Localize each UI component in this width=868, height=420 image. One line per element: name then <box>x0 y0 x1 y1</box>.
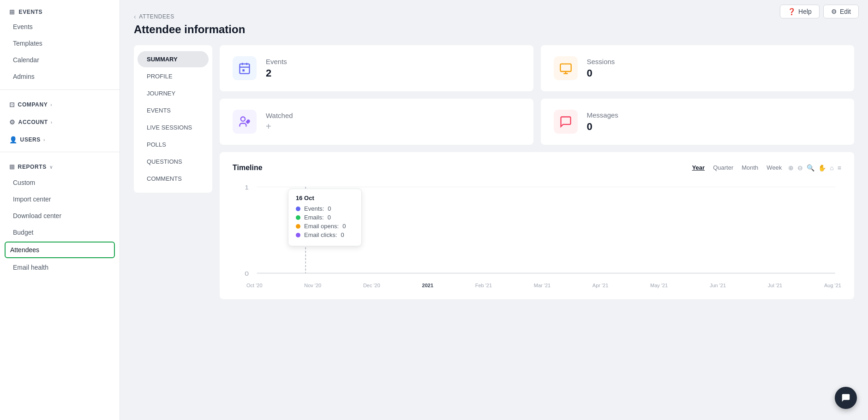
timeline-icon-group: ⊕ ⊖ 🔍 ✋ ⌂ ≡ <box>788 164 841 172</box>
tooltip-row-email-opens: Email opens: 0 <box>296 223 354 230</box>
zoom-out-icon[interactable]: ⊖ <box>797 164 803 172</box>
watched-stat-icon: + <box>233 110 257 134</box>
tooltip-dot-email-opens <box>296 224 300 229</box>
reports-chevron: ∨ <box>49 165 53 170</box>
tab-journey[interactable]: JOURNEY <box>138 85 209 101</box>
breadcrumb-arrow: ‹ <box>134 13 136 20</box>
sidebar-users-section[interactable]: 👤 USERS › <box>0 130 120 147</box>
search-icon[interactable]: 🔍 <box>807 164 814 172</box>
sessions-stat-value: 0 <box>587 67 615 79</box>
tab-summary[interactable]: SUMMARY <box>138 51 209 67</box>
chart-area: 1 0 16 Oct <box>233 179 841 281</box>
stat-card-events: Events 2 <box>220 45 533 91</box>
svg-text:0: 0 <box>245 270 249 277</box>
messages-stat-label: Messages <box>587 111 618 119</box>
tooltip-label-email-clicks: Email clicks: <box>304 231 337 238</box>
sidebar-item-custom[interactable]: Custom <box>0 174 120 191</box>
x-label-jun21: Jun '21 <box>710 283 726 288</box>
left-panel: SUMMARY PROFILE JOURNEY EVENTS LIVE SESS… <box>134 45 212 193</box>
messages-stat-value: 0 <box>587 121 618 133</box>
tab-polls[interactable]: POLLS <box>138 136 209 153</box>
tab-questions[interactable]: QUESTIONS <box>138 154 209 170</box>
edit-icon: ⚙ <box>831 8 837 15</box>
tab-profile[interactable]: PROFILE <box>138 68 209 84</box>
content-area: SUMMARY PROFILE JOURNEY EVENTS LIVE SESS… <box>120 45 868 420</box>
tab-comments[interactable]: COMMENTS <box>138 171 209 187</box>
svg-rect-0 <box>240 64 250 74</box>
sidebar-item-email-health[interactable]: Email health <box>0 259 120 276</box>
sessions-stat-info: Sessions 0 <box>587 58 615 79</box>
tooltip-row-email-clicks: Email clicks: 0 <box>296 231 354 238</box>
menu-icon[interactable]: ≡ <box>838 164 841 172</box>
users-icon: 👤 <box>9 136 18 143</box>
svg-rect-5 <box>560 64 571 71</box>
tooltip-label-emails: Emails: <box>304 214 324 221</box>
tooltip-label-events: Events: <box>304 205 324 212</box>
events-stat-icon <box>233 56 257 80</box>
sidebar-item-events[interactable]: Events <box>0 18 120 35</box>
topbar: ❓ Help ⚙ Edit <box>771 0 868 23</box>
view-month-btn[interactable]: Month <box>740 163 760 172</box>
tooltip-value-email-clicks: 0 <box>341 231 344 238</box>
watched-stat-info: Watched + <box>266 112 293 132</box>
x-label-2021: 2021 <box>422 283 433 288</box>
svg-point-8 <box>241 117 245 121</box>
company-chevron: › <box>50 102 52 107</box>
view-year-btn[interactable]: Year <box>690 163 706 172</box>
breadcrumb-parent: ATTENDEES <box>139 13 174 20</box>
account-chevron: › <box>51 120 53 125</box>
x-label-jul21: Jul '21 <box>768 283 782 288</box>
x-label-aug21: Aug '21 <box>824 283 841 288</box>
tooltip-dot-events <box>296 207 300 211</box>
sessions-stat-label: Sessions <box>587 58 615 65</box>
company-icon: ⊡ <box>9 101 15 108</box>
main-content: ‹ ATTENDEES Attendee information SUMMARY… <box>120 0 868 420</box>
sidebar-item-attendees[interactable]: Attendees <box>5 242 115 258</box>
sidebar-item-budget[interactable]: Budget <box>0 224 120 241</box>
edit-button[interactable]: ⚙ Edit <box>823 5 859 18</box>
view-week-btn[interactable]: Week <box>765 163 784 172</box>
events-stat-label: Events <box>266 58 287 65</box>
help-button[interactable]: ❓ Help <box>780 5 820 18</box>
sessions-stat-icon <box>554 56 578 80</box>
tooltip-date: 16 Oct <box>296 195 354 201</box>
sidebar-reports-section[interactable]: ⊞ REPORTS ∨ <box>0 157 120 174</box>
tooltip-dot-emails <box>296 215 300 220</box>
x-axis-labels: Oct '20 Nov '20 Dec '20 2021 Feb '21 Mar… <box>233 281 841 288</box>
tab-events[interactable]: EVENTS <box>138 102 209 118</box>
sidebar-events-section[interactable]: ⊞ EVENTS <box>0 0 120 18</box>
svg-text:+: + <box>246 118 250 124</box>
stat-card-watched: + Watched + <box>220 99 533 145</box>
sidebar-item-calendar[interactable]: Calendar <box>0 52 120 68</box>
users-chevron: › <box>43 137 45 142</box>
x-label-dec20: Dec '20 <box>363 283 380 288</box>
account-icon: ⚙ <box>9 118 16 126</box>
events-stat-info: Events 2 <box>266 58 287 79</box>
sidebar-item-admins[interactable]: Admins <box>0 68 120 85</box>
divider-1 <box>0 89 120 90</box>
chat-bubble[interactable] <box>835 387 857 409</box>
sidebar: ⊞ EVENTS Events Templates Calendar Admin… <box>0 0 120 420</box>
sidebar-item-download-center[interactable]: Download center <box>0 207 120 224</box>
tab-live-sessions[interactable]: LIVE SESSIONS <box>138 119 209 136</box>
sidebar-account-section[interactable]: ⚙ ACCOUNT › <box>0 112 120 130</box>
svg-text:1: 1 <box>245 184 249 190</box>
sidebar-item-templates[interactable]: Templates <box>0 35 120 52</box>
x-label-nov20: Nov '20 <box>304 283 321 288</box>
sidebar-item-import-center[interactable]: Import center <box>0 191 120 207</box>
watched-stat-plus: + <box>266 121 293 132</box>
view-quarter-btn[interactable]: Quarter <box>711 163 735 172</box>
x-label-feb21: Feb '21 <box>475 283 492 288</box>
page-title: Attendee information <box>134 23 854 36</box>
home-icon[interactable]: ⌂ <box>830 164 833 172</box>
zoom-in-icon[interactable]: ⊕ <box>788 164 794 172</box>
pan-icon[interactable]: ✋ <box>818 164 826 172</box>
tooltip-row-events: Events: 0 <box>296 205 354 212</box>
stat-card-messages: Messages 0 <box>541 99 855 145</box>
watched-stat-label: Watched <box>266 112 293 119</box>
sidebar-company-section[interactable]: ⊡ COMPANY › <box>0 95 120 112</box>
calendar-icon: ⊞ <box>9 8 15 16</box>
timeline-header: Timeline Year Quarter Month Week ⊕ ⊖ 🔍 ✋… <box>233 163 841 172</box>
right-panel: Events 2 Sessions 0 <box>220 45 854 411</box>
stat-card-sessions: Sessions 0 <box>541 45 855 91</box>
